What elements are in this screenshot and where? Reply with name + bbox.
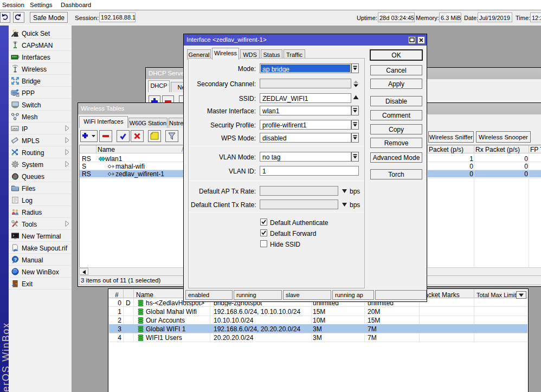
svg-text:255: 255 <box>12 127 18 131</box>
svg-text:?: ? <box>14 257 17 262</box>
